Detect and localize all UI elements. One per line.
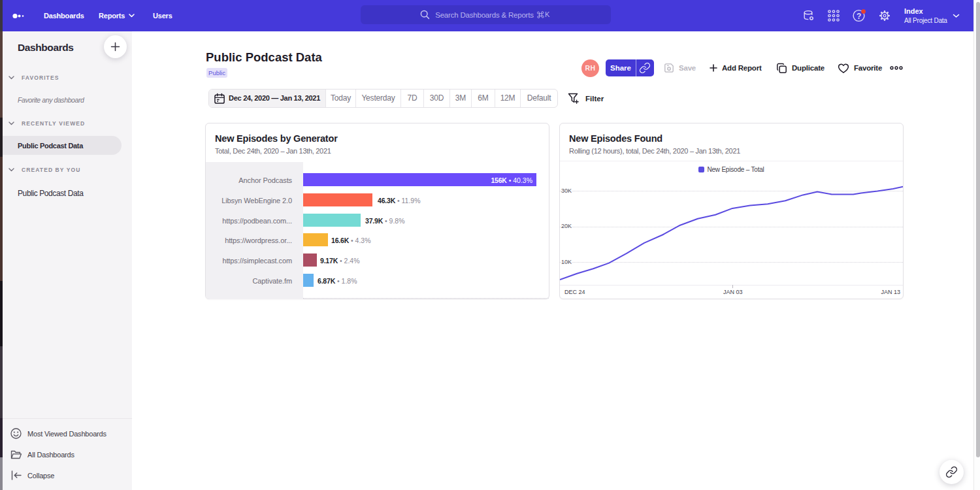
svg-text:K: K [545, 10, 550, 18]
svg-text:?: ? [857, 12, 861, 21]
